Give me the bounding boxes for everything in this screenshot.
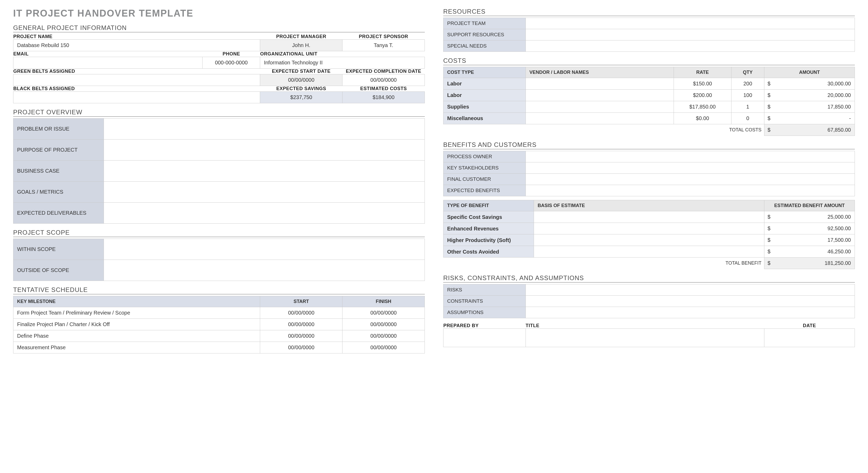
- value-prepared-by[interactable]: [443, 329, 526, 347]
- value-exp-savings[interactable]: $237,750: [260, 92, 342, 103]
- schedule-finish[interactable]: 00/00/0000: [342, 307, 425, 319]
- scope-row-value[interactable]: [104, 239, 425, 260]
- value-org-unit[interactable]: Information Technology II: [260, 57, 425, 69]
- benefits-cust-value[interactable]: [526, 162, 855, 174]
- costs-hdr-type: COST TYPE: [443, 67, 526, 78]
- value-date[interactable]: [764, 329, 855, 347]
- cost-amount[interactable]: $20,000.00: [764, 90, 855, 101]
- risks-row-label: ASSUMPTIONS: [443, 307, 526, 318]
- benefits-hdr-type: TYPE OF BENEFIT: [443, 200, 534, 211]
- schedule-start[interactable]: 00/00/0000: [260, 330, 342, 342]
- resources-row-value[interactable]: [526, 40, 855, 52]
- cost-qty[interactable]: 1: [731, 101, 764, 113]
- cost-qty[interactable]: 100: [731, 90, 764, 101]
- value-green-belts[interactable]: [13, 74, 260, 86]
- cost-rate[interactable]: $200.00: [674, 90, 731, 101]
- cost-type[interactable]: Supplies: [443, 101, 526, 113]
- cost-vendor[interactable]: [526, 101, 674, 113]
- cost-rate[interactable]: $0.00: [674, 113, 731, 124]
- schedule-milestone[interactable]: Form Project Team / Preliminary Review /…: [13, 307, 260, 319]
- benefit-amount[interactable]: $92,500.00: [764, 223, 855, 234]
- benefit-type[interactable]: Specific Cost Savings: [443, 211, 534, 223]
- schedule-start[interactable]: 00/00/0000: [260, 319, 342, 330]
- schedule-table: KEY MILESTONE START FINISH Form Project …: [13, 296, 425, 353]
- label-phone: PHONE: [203, 51, 260, 57]
- benefit-amount[interactable]: $17,500.00: [764, 234, 855, 246]
- benefits-cust-label: EXPECTED BENEFITS: [443, 185, 526, 196]
- cost-type[interactable]: Labor: [443, 90, 526, 101]
- value-exp-complete[interactable]: 00/00/0000: [342, 74, 425, 86]
- signoff-table: PREPARED BY TITLE DATE: [443, 323, 855, 347]
- benefit-basis[interactable]: [534, 211, 764, 223]
- risks-row-value[interactable]: [526, 296, 855, 307]
- costs-table: COST TYPE VENDOR / LABOR NAMES RATE QTY …: [443, 67, 855, 136]
- cost-amount[interactable]: $17,850.00: [764, 101, 855, 113]
- scope-table: WITHIN SCOPE OUTSIDE OF SCOPE: [13, 239, 425, 281]
- schedule-finish[interactable]: 00/00/0000: [342, 330, 425, 342]
- benefit-basis[interactable]: [534, 223, 764, 234]
- schedule-milestone[interactable]: Finalize Project Plan / Charter / Kick O…: [13, 319, 260, 330]
- section-costs: COSTS: [443, 57, 855, 65]
- cost-type[interactable]: Miscellaneous: [443, 113, 526, 124]
- cost-qty[interactable]: 200: [731, 78, 764, 90]
- label-title: TITLE: [526, 323, 764, 329]
- resources-row-value[interactable]: [526, 29, 855, 40]
- benefit-type[interactable]: Higher Productivity (Soft): [443, 234, 534, 246]
- schedule-start[interactable]: 00/00/0000: [260, 307, 342, 319]
- value-project-sponsor[interactable]: Tanya T.: [342, 40, 425, 51]
- value-title[interactable]: [526, 329, 764, 347]
- value-phone[interactable]: 000-000-0000: [203, 57, 260, 69]
- overview-row-value[interactable]: [104, 119, 425, 139]
- overview-row-value[interactable]: [104, 203, 425, 224]
- resources-row-value[interactable]: [526, 18, 855, 29]
- schedule-hdr-milestone: KEY MILESTONE: [13, 296, 260, 307]
- benefit-amount[interactable]: $46,250.00: [764, 246, 855, 258]
- value-est-costs[interactable]: $184,900: [342, 92, 425, 103]
- benefits-cust-value[interactable]: [526, 174, 855, 185]
- label-project-manager: PROJECT MANAGER: [260, 34, 342, 40]
- cost-rate[interactable]: $150.00: [674, 78, 731, 90]
- cost-vendor[interactable]: [526, 113, 674, 124]
- schedule-start[interactable]: 00/00/0000: [260, 342, 342, 353]
- cost-amount[interactable]: $-: [764, 113, 855, 124]
- resources-row-label: SPECIAL NEEDS: [443, 40, 526, 52]
- value-email[interactable]: [13, 57, 203, 69]
- benefit-type[interactable]: Enhanced Revenues: [443, 223, 534, 234]
- benefit-basis[interactable]: [534, 234, 764, 246]
- benefits-cust-value[interactable]: [526, 151, 855, 162]
- overview-row-value[interactable]: [104, 161, 425, 181]
- benefit-type[interactable]: Other Costs Avoided: [443, 246, 534, 258]
- overview-row-value[interactable]: [104, 181, 425, 203]
- benefits-cust-value[interactable]: [526, 185, 855, 196]
- cost-vendor[interactable]: [526, 78, 674, 90]
- risks-row-value[interactable]: [526, 284, 855, 296]
- schedule-milestone[interactable]: Define Phase: [13, 330, 260, 342]
- value-black-belts[interactable]: [13, 92, 260, 103]
- label-project-sponsor: PROJECT SPONSOR: [342, 34, 425, 40]
- schedule-milestone[interactable]: Measurement Phase: [13, 342, 260, 353]
- costs-total-value: $67,850.00: [764, 124, 855, 136]
- schedule-finish[interactable]: 00/00/0000: [342, 342, 425, 353]
- section-overview: PROJECT OVERVIEW: [13, 108, 425, 117]
- risks-row-value[interactable]: [526, 307, 855, 318]
- value-project-manager[interactable]: John H.: [260, 40, 342, 51]
- cost-type[interactable]: Labor: [443, 78, 526, 90]
- benefit-amount[interactable]: $25,000.00: [764, 211, 855, 223]
- document-title: IT PROJECT HANDOVER TEMPLATE: [13, 8, 425, 19]
- overview-table: PROBLEM OR ISSUE PURPOSE OF PROJECT BUSI…: [13, 118, 425, 224]
- value-exp-start[interactable]: 00/00/0000: [260, 74, 342, 86]
- value-project-name[interactable]: Database Rebuild 150: [13, 40, 260, 51]
- cost-vendor[interactable]: [526, 90, 674, 101]
- cost-qty[interactable]: 0: [731, 113, 764, 124]
- scope-row-value[interactable]: [104, 260, 425, 281]
- cost-rate[interactable]: $17,850.00: [674, 101, 731, 113]
- overview-row-value[interactable]: [104, 139, 425, 161]
- resources-row-label: PROJECT TEAM: [443, 18, 526, 29]
- benefit-basis[interactable]: [534, 246, 764, 258]
- overview-row-label: GOALS / METRICS: [13, 181, 104, 203]
- section-general: GENERAL PROJECT INFORMATION: [13, 24, 425, 32]
- section-resources: RESOURCES: [443, 8, 855, 16]
- section-risks: RISKS, CONSTRAINTS, AND ASSUMPTIONS: [443, 274, 855, 282]
- schedule-finish[interactable]: 00/00/0000: [342, 319, 425, 330]
- cost-amount[interactable]: $30,000.00: [764, 78, 855, 90]
